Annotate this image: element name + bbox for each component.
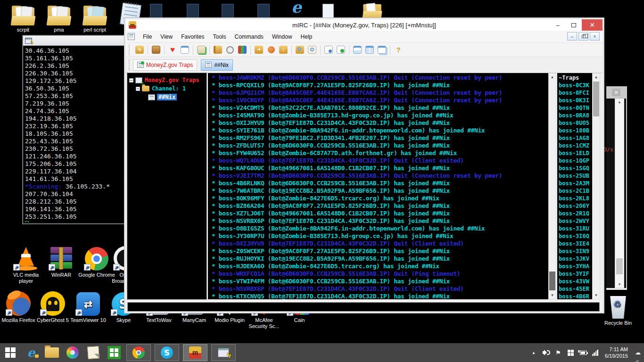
nick-item[interactable]: boss-0UO5	[559, 119, 592, 127]
action-center-flag-icon[interactable]: ⚑	[552, 343, 564, 362]
nick-item[interactable]: boss-3YIF	[559, 270, 592, 278]
mdi-minimize-button[interactable]: –	[567, 32, 577, 41]
mdi-close-button[interactable]: ×	[590, 32, 600, 41]
channels-list-icon[interactable]	[179, 45, 190, 55]
favorites-icon[interactable]: ♥	[167, 45, 178, 55]
internet-explorer-icon[interactable]: e	[291, 1, 644, 13]
collapse-icon[interactable]: −	[136, 87, 140, 91]
script-editor-icon[interactable]	[196, 45, 207, 55]
scroll-up-icon[interactable]: ▲	[593, 74, 600, 81]
partial-desktop-icon[interactable]	[222, 4, 234, 18]
connect-icon[interactable]: ϟ	[134, 45, 145, 55]
chat-area[interactable]: * boss-JAWRDKMZ (Bot@6D6030F0.CCB259CB.5…	[208, 73, 548, 299]
tab-moneyz-gov-traps[interactable]: MoneyZ.gov Traps	[133, 59, 197, 71]
battery-icon[interactable]	[577, 343, 589, 362]
partial-desktop-icon[interactable]	[322, 4, 334, 18]
taskbar-app-mirc[interactable]: m	[183, 344, 207, 361]
search-log-icon[interactable]	[306, 45, 318, 55]
scroll-down-icon[interactable]: ▼	[549, 292, 556, 299]
nick-item[interactable]: boss-3I6Q	[559, 232, 592, 240]
nick-item[interactable]: boss-180B	[559, 127, 592, 134]
colors-icon[interactable]	[237, 45, 248, 55]
nick-item[interactable]: boss-1AG8	[559, 134, 592, 142]
tree-root-node[interactable]: − MoneyZ.gov Traps	[129, 76, 206, 84]
desktop-icon-scrpit[interactable]: scrpit	[5, 2, 41, 33]
scroll-down-icon[interactable]: ▼	[615, 282, 624, 287]
nick-item[interactable]: boss-3YHA	[559, 263, 592, 270]
background-window[interactable]: ✕ ▲ ▼	[606, 86, 627, 290]
mirc-titlebar[interactable]: m mIRC - [##Nix (MoneyZ.gov, Traps) [226…	[126, 19, 603, 31]
desktop-icon-perl-script[interactable]: perl script	[76, 2, 113, 33]
desktop-icon-teamviewer-10[interactable]: ⇄↗TeamViewer 10	[70, 292, 107, 323]
maximize-button[interactable]	[566, 19, 582, 31]
menu-tools[interactable]: Tools	[209, 33, 231, 40]
timer-icon[interactable]	[224, 45, 236, 55]
nick-item[interactable]: boss-3IE4	[559, 240, 592, 247]
network-signal-icon[interactable]	[589, 343, 601, 362]
mdi-restore-button[interactable]	[578, 32, 588, 41]
nick-item[interactable]: boss-25UB	[559, 172, 592, 180]
nick-item[interactable]: boss-1QGP	[559, 157, 592, 165]
nick-item[interactable]: boss-0FCI	[559, 89, 592, 97]
cascade-icon[interactable]	[376, 45, 388, 55]
tree-channel-item[interactable]: ##Nix	[129, 93, 206, 101]
tree-channel-folder[interactable]: − Channel: 1	[129, 84, 206, 93]
scrollbar-thumb[interactable]	[616, 258, 623, 274]
whois-icon[interactable]: ↕	[278, 45, 289, 55]
nick-item[interactable]: boss-2R1Q	[559, 210, 592, 217]
menu-file[interactable]: File	[139, 33, 156, 40]
scroll-down-icon[interactable]: ▼	[593, 292, 600, 299]
address-book-icon[interactable]	[212, 45, 223, 55]
nick-item[interactable]: boss-2C1B	[559, 187, 592, 195]
taskbar-app-console-app[interactable]	[211, 344, 236, 361]
nick-item[interactable]: boss-2KL8	[559, 195, 592, 202]
nick-item[interactable]: boss-31RU	[559, 225, 592, 232]
menu-favorites[interactable]: Favorites	[177, 33, 208, 40]
minimize-button[interactable]: –	[550, 19, 566, 31]
chat-input[interactable]	[127, 302, 600, 312]
tab--nix[interactable]: ##Nix	[201, 59, 233, 71]
desktop-icon-mozilla-firefox[interactable]: ↗Mozilla Firefox	[0, 292, 37, 323]
dcc-send-icon[interactable]: ➜	[253, 45, 264, 55]
nick-item[interactable]: boss-2O6Y	[559, 202, 592, 210]
options-icon[interactable]	[150, 45, 162, 55]
collapse-icon[interactable]: −	[129, 78, 133, 82]
desktop-icon-pma[interactable]: pma	[41, 2, 77, 33]
nick-item[interactable]: boss-0RA8	[559, 112, 592, 119]
close-icon[interactable]: ✕	[612, 89, 620, 96]
nick-item[interactable]: boss-4B6R	[559, 293, 592, 299]
tile-vertical-icon[interactable]	[364, 45, 375, 55]
windows-logo-icon[interactable]	[564, 343, 577, 362]
nick-item[interactable]: boss-1ELD	[559, 149, 592, 157]
nick-item[interactable]: boss-45ER	[559, 285, 592, 293]
url-list-icon[interactable]	[335, 45, 347, 55]
background-window-scrollbar[interactable]: ▲ ▼	[615, 99, 624, 288]
taskbar-app-chrome[interactable]	[126, 344, 151, 361]
tile-horizontal-icon[interactable]	[352, 45, 363, 55]
nick-list[interactable]: ~Trapsboss-0C3Kboss-0FCIboss-0K3Iboss-0Q…	[557, 73, 592, 299]
close-button[interactable]: ✕	[582, 19, 603, 31]
volume-icon[interactable]	[540, 343, 552, 362]
scroll-up-icon[interactable]: ▲	[549, 74, 556, 81]
taskbar-clock[interactable]: 7:11 AM 6/19/2015	[601, 346, 632, 359]
windows-store-icon[interactable]	[104, 343, 124, 362]
nick-item[interactable]: boss-1SGQ	[559, 165, 592, 172]
media-swirl-icon[interactable]	[62, 343, 83, 362]
sticky-notes-icon[interactable]	[83, 343, 104, 362]
nick-item[interactable]: boss-3JKV	[559, 255, 592, 263]
weather-icon[interactable]: ☁	[632, 343, 644, 362]
nick-item[interactable]: boss-3IN9	[559, 247, 592, 255]
partial-desktop-icon[interactable]	[150, 4, 162, 18]
search-folder-icon[interactable]	[294, 45, 305, 55]
menu-commands[interactable]: Commands	[231, 33, 268, 40]
taskbar-app-skype[interactable]: S	[155, 344, 179, 361]
chat-icon[interactable]	[265, 45, 277, 55]
nick-item[interactable]: boss-0C3K	[559, 82, 592, 89]
menu-window[interactable]: Window	[268, 33, 297, 40]
partial-desktop-icon[interactable]	[257, 4, 270, 18]
nick-item[interactable]: ~Traps	[559, 74, 592, 82]
hidden-icons-icon[interactable]: ▲	[528, 343, 540, 362]
nick-item[interactable]: boss-0QTN	[559, 104, 592, 112]
desktop-icon-winrar[interactable]: ↗WinRAR	[43, 241, 80, 278]
desktop-icon-recycle-bin[interactable]: Recycle Bin	[600, 295, 636, 326]
